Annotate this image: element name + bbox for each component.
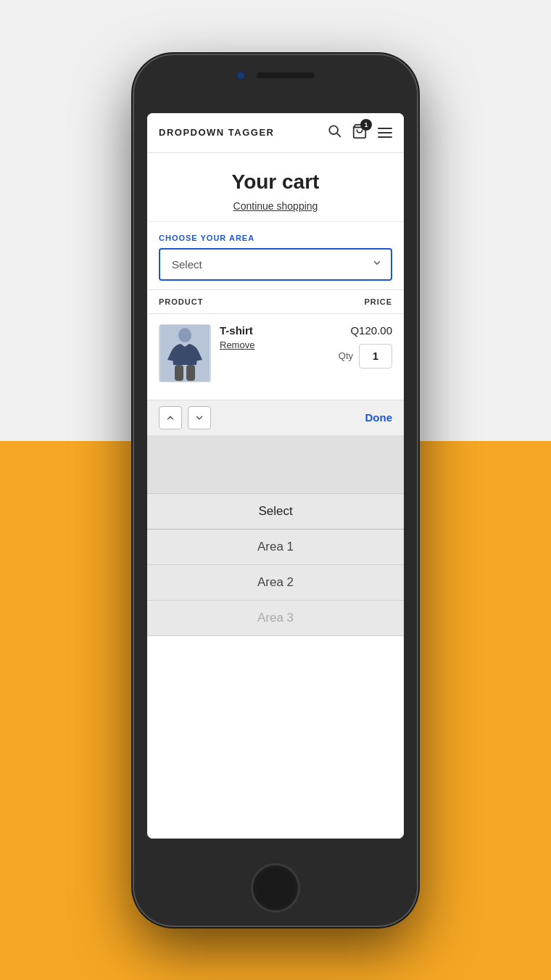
camera [236,71,245,80]
product-table-header: PRODUCT PRICE [147,290,404,314]
svg-point-4 [178,328,191,342]
cart-icon-wrap[interactable]: 1 [352,123,368,142]
dropdown-select-item[interactable]: Select [147,494,404,530]
menu-line-2 [378,132,392,133]
area-select[interactable]: Select Area 1 Area 2 Area 3 [159,248,392,281]
stepper-buttons [159,406,211,429]
product-price: Q120.00 [350,324,392,337]
phone-top-bar [236,71,315,80]
app-header: DROPDOWN TAGGER [147,113,404,153]
home-button[interactable] [251,863,300,913]
qty-row: Qty 1 [339,344,392,368]
dropdown-area3-item[interactable]: Area 3 [147,601,404,636]
svg-line-1 [337,133,340,136]
menu-line-3 [378,136,392,138]
cart-content: Your cart Continue shopping CHOOSE YOUR … [147,153,404,839]
svg-point-0 [329,125,338,134]
stepper-row: Done [147,400,404,435]
dropdown-list: Select Area 1 Area 2 Area 3 [147,494,404,636]
header-icons: 1 [327,123,392,142]
cart-title: Your cart [159,170,392,194]
phone-screen: DROPDOWN TAGGER [147,113,404,839]
product-name: T-shirt [220,324,330,337]
menu-line-1 [378,128,392,129]
done-button[interactable]: Done [365,411,393,424]
price-col-header: PRICE [364,297,392,306]
svg-rect-6 [186,365,195,381]
product-remove-link[interactable]: Remove [220,339,330,350]
continue-shopping-link[interactable]: Continue shopping [233,200,318,212]
cart-title-section: Your cart Continue shopping [147,153,404,222]
stepper-up-button[interactable] [159,406,182,429]
dropdown-area2-item[interactable]: Area 2 [147,565,404,601]
speaker [257,73,315,78]
product-right: Q120.00 Qty 1 [339,324,392,368]
product-table: PRODUCT PRICE [147,289,404,400]
product-row: T-shirt Remove Q120.00 Qty 1 [147,314,404,400]
area-select-wrapper: Select Area 1 Area 2 Area 3 [159,248,392,281]
product-row-top: T-shirt Remove Q120.00 Qty 1 [159,324,392,382]
area-section: CHOOSE YOUR AREA Select Area 1 Area 2 Ar… [147,222,404,289]
dropdown-area1-item[interactable]: Area 1 [147,530,404,565]
search-icon[interactable] [327,123,341,141]
product-image [159,324,211,382]
qty-label: Qty [339,350,353,361]
qty-box: 1 [359,344,392,368]
phone-wrapper: DROPDOWN TAGGER [134,55,417,926]
page-background: DROPDOWN TAGGER [0,0,551,980]
product-col-header: PRODUCT [159,297,203,306]
cart-badge: 1 [360,119,372,131]
menu-icon[interactable] [378,128,392,138]
product-info: T-shirt Remove [220,324,330,350]
app-logo: DROPDOWN TAGGER [159,127,274,138]
phone-shell: DROPDOWN TAGGER [134,55,417,926]
dropdown-overlay: Select Area 1 Area 2 Area 3 [147,435,404,636]
stepper-down-button[interactable] [188,406,211,429]
dropdown-spacer [147,435,404,493]
area-label: CHOOSE YOUR AREA [159,234,392,242]
svg-rect-5 [175,365,183,381]
